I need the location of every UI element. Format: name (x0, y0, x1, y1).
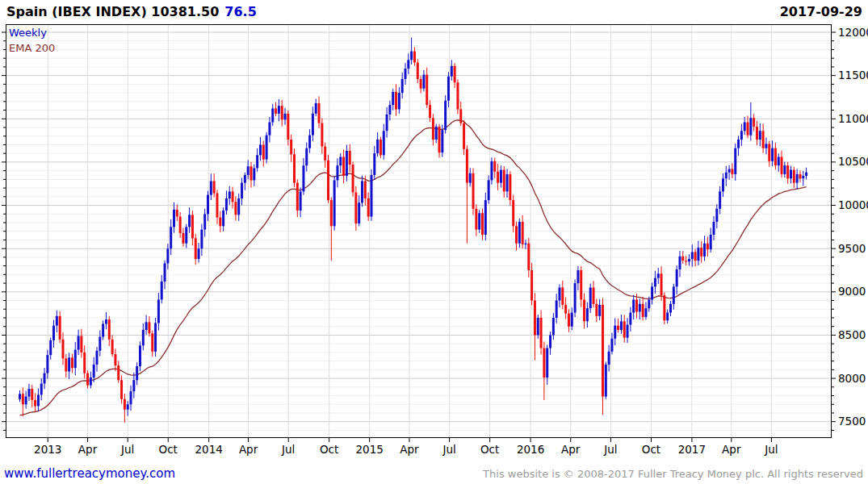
candle-body (164, 263, 166, 282)
candle-body (459, 109, 462, 123)
candle-body (352, 165, 354, 192)
candle-body (518, 222, 521, 244)
candle-body (497, 172, 499, 183)
candle-body (379, 140, 382, 155)
candle-body (543, 348, 545, 378)
x-tick-label: 2015 (356, 443, 384, 456)
candle-body (281, 106, 283, 119)
candle-body (605, 365, 607, 397)
candle-body (74, 350, 77, 369)
chart-page: Spain (IBEX INDEX) 10381.5076.5 2017-09-… (0, 0, 868, 484)
candle-body (210, 181, 212, 194)
candle-body (589, 287, 592, 308)
candle-body (78, 336, 80, 350)
candle-body (642, 304, 644, 317)
candle-body (447, 77, 450, 101)
y-tick-label: 9500 (838, 242, 866, 255)
candle-body (759, 131, 761, 140)
x-tick-label: Apr (722, 443, 741, 456)
candle-body (266, 136, 268, 160)
price-chart: 7500800085009000950010000105001100011500… (0, 0, 868, 484)
candle-body (71, 357, 73, 368)
candle-body (484, 200, 487, 235)
candle-body (694, 252, 697, 261)
candle-body (793, 170, 795, 183)
candle-body (568, 314, 570, 327)
candle-body (203, 214, 206, 229)
candle-body (157, 299, 160, 323)
candle-body (339, 156, 342, 165)
candle-body (284, 114, 287, 120)
candle-body (111, 340, 114, 354)
candle-body (96, 351, 99, 365)
candle-body (250, 166, 253, 180)
candle-body (354, 192, 357, 223)
candle-body (324, 147, 326, 161)
candle-body (59, 316, 61, 340)
candle-body (407, 60, 409, 69)
candle-body (438, 127, 441, 152)
candle-body (61, 340, 64, 359)
candle-body (287, 114, 289, 140)
candle-body (608, 352, 610, 365)
candle-body (132, 380, 135, 391)
candle-body (302, 165, 304, 191)
candle-body (475, 209, 477, 230)
footer-website-link[interactable]: www.fullertreacymoney.com (4, 466, 175, 481)
candle-body (697, 248, 699, 261)
candle-body (756, 127, 758, 140)
legend-ema-label: EMA 200 (9, 42, 55, 54)
candle-body (278, 106, 280, 114)
candle-body (654, 278, 656, 287)
candle-body (222, 211, 224, 226)
candle-body (170, 227, 172, 248)
candle-body (259, 144, 262, 155)
candle-body (120, 380, 123, 399)
candle-body (161, 282, 163, 300)
candle-body (627, 325, 629, 338)
candle-body (367, 198, 370, 217)
candle-body (358, 202, 360, 223)
candle-body (376, 140, 379, 153)
candle-body (580, 270, 582, 299)
candle-body (68, 357, 70, 371)
candle-body (435, 127, 438, 140)
candle-body (117, 365, 120, 380)
candle-body (509, 174, 511, 200)
candle-body (105, 319, 107, 323)
candle-body (734, 148, 736, 174)
candle-body (527, 244, 530, 270)
candle-body (663, 295, 665, 320)
candle-body (644, 308, 647, 317)
candle-body (179, 216, 182, 232)
candle-body (173, 210, 175, 227)
candle-body (130, 391, 132, 404)
candle-body (56, 316, 58, 326)
candle-body (312, 114, 314, 136)
candle-body (524, 244, 526, 244)
candle-body (80, 336, 82, 353)
candle-body (398, 93, 400, 109)
candle-body (300, 191, 302, 211)
candle-body (602, 305, 604, 397)
candle-body (719, 191, 721, 208)
candle-body (678, 257, 681, 269)
candle-body (623, 321, 626, 337)
candle-body (198, 248, 200, 259)
candle-body (383, 131, 385, 155)
candle-body (145, 322, 148, 330)
candle-body (99, 337, 101, 351)
x-tick-label: Jul (764, 443, 778, 456)
candle-body (405, 69, 407, 79)
candle-body (318, 103, 321, 123)
candle-body (346, 151, 348, 176)
candle-body (469, 173, 472, 183)
candle-body (610, 339, 613, 352)
candle-body (232, 191, 234, 202)
candles (19, 37, 807, 422)
candle-body (577, 270, 579, 283)
y-tick-label: 8500 (838, 328, 866, 341)
candle-body (40, 384, 43, 395)
candle-body (268, 123, 270, 136)
candle-body (707, 244, 709, 250)
